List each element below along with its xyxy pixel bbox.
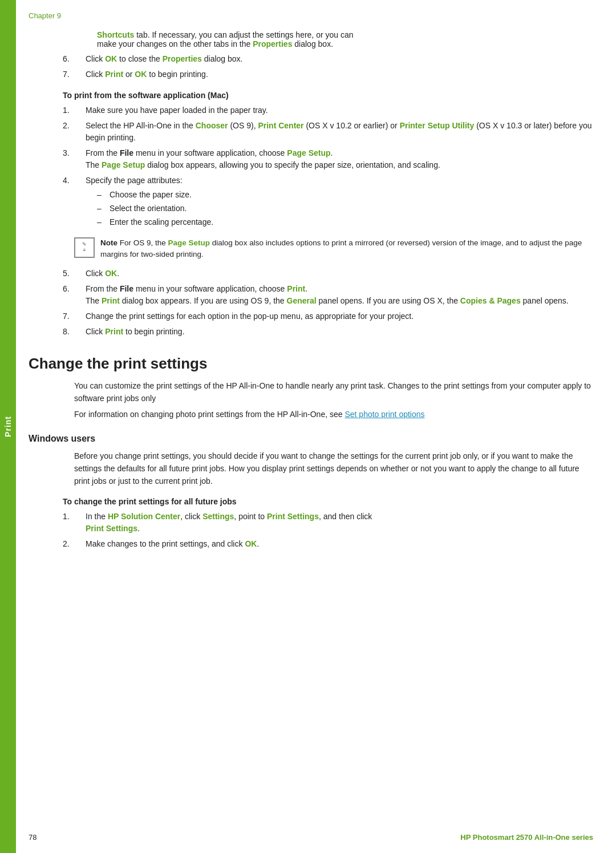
dash-item-2: Select the orientation.	[97, 203, 593, 215]
mac-item-3: 3. From the File menu in your software a…	[63, 147, 593, 171]
mac-content-8: Click Print to begin printing.	[86, 326, 593, 338]
dash-item-1: Choose the paper size.	[97, 189, 593, 201]
change-settings-section: Change the print settings You can custom…	[29, 355, 593, 550]
print-settings-label2: Print Settings	[86, 524, 137, 533]
future-jobs-heading: To change the print settings for all fut…	[63, 497, 593, 506]
mac-num-7: 7.	[63, 310, 86, 322]
mac-num-3: 3.	[63, 147, 86, 171]
mac-item-1: 1. Make sure you have paper loaded in th…	[63, 104, 593, 116]
future-item-2: 2. Make changes to the print settings, a…	[63, 538, 593, 550]
change-body-1: You can customize the print settings of …	[74, 379, 593, 405]
mac-item-4: 4. Specify the page attributes: Choose t…	[63, 175, 593, 231]
mac-num-4: 4.	[63, 175, 86, 231]
print-label-8: Print	[105, 327, 123, 336]
mac-item-7: 7. Change the print settings for each op…	[63, 310, 593, 322]
chooser-label: Chooser	[196, 121, 228, 130]
mac-list-5-8: 5. Click OK. 6. From the File menu in yo…	[63, 268, 593, 338]
change-settings-title: Change the print settings	[29, 355, 593, 373]
print-label-6: Print	[287, 284, 305, 293]
main-content: Chapter 9 Shortcuts tab. If necessary, y…	[29, 0, 593, 550]
mac-num-6b: 6.	[63, 283, 86, 307]
note-icon: ✎≡	[74, 237, 95, 258]
dash-item-3: Enter the scaling percentage.	[97, 216, 593, 228]
intro-text2: make your changes on the other tabs in t…	[97, 39, 253, 48]
mac-content-4: Specify the page attributes: Choose the …	[86, 175, 593, 231]
ok-label-5: OK	[105, 269, 117, 278]
mac-item-5: 5. Click OK.	[63, 268, 593, 280]
mac-heading: To print from the software application (…	[63, 91, 593, 100]
items-6-7-list: 6. Click OK to close the Properties dial…	[63, 53, 593, 80]
item-7-content: Click Print or OK to begin printing.	[86, 68, 593, 80]
footer-product: HP Photosmart 2570 All-in-One series	[460, 833, 593, 842]
mac-section: To print from the software application (…	[63, 91, 593, 338]
printer-setup-label: Printer Setup Utility	[400, 121, 475, 130]
page-setup-label-3: Page Setup	[287, 148, 330, 157]
note-label: Note	[100, 238, 117, 247]
print-center-label: Print Center	[258, 121, 303, 130]
change-body-2-text: For information on changing photo print …	[74, 410, 343, 419]
future-item-1: 1. In the HP Solution Center, click Sett…	[63, 511, 593, 535]
copies-pages-label: Copies & Pages	[460, 296, 521, 305]
windows-body-text: Before you change print settings, you sh…	[74, 450, 593, 488]
future-content-1: In the HP Solution Center, click Setting…	[86, 511, 593, 535]
properties-label-6: Properties	[163, 54, 202, 63]
file-label-6: File	[120, 284, 133, 293]
shortcuts-label: Shortcuts	[97, 30, 134, 39]
mac-item-8: 8. Click Print to begin printing.	[63, 326, 593, 338]
change-body-2: For information on changing photo print …	[74, 408, 593, 421]
intro-block: Shortcuts tab. If necessary, you can adj…	[97, 30, 593, 48]
hp-solution-label: HP Solution Center	[108, 512, 180, 521]
print-label-7: Print	[105, 70, 123, 79]
mac-num-1: 1.	[63, 104, 86, 116]
item-6-content: Click OK to close the Properties dialog …	[86, 53, 593, 65]
mac-content-2: Select the HP All-in-One in the Chooser …	[86, 120, 593, 144]
note-page-setup: Page Setup	[168, 238, 210, 247]
file-label-3: File	[120, 148, 133, 157]
mac-content-3: From the File menu in your software appl…	[86, 147, 593, 171]
mac-num-8: 8.	[63, 326, 86, 338]
note-box: ✎≡ Note For OS 9, the Page Setup dialog …	[74, 237, 593, 261]
mac-content-6: From the File menu in your software appl…	[86, 283, 593, 307]
print-label-6b: Print	[102, 296, 120, 305]
windows-section: Windows users Before you change print se…	[29, 434, 593, 550]
future-num-2: 2.	[63, 538, 86, 550]
item-6-num: 6.	[63, 53, 86, 65]
mac-content-7: Change the print settings for each optio…	[86, 310, 593, 322]
intro-line1: Shortcuts tab. If necessary, you can adj…	[97, 30, 593, 48]
mac-num-5: 5.	[63, 268, 86, 280]
dash-list-4: Choose the paper size. Select the orient…	[97, 189, 593, 228]
set-photo-link: Set photo print options	[345, 410, 424, 419]
mac-list: 1. Make sure you have paper loaded in th…	[63, 104, 593, 231]
future-jobs-list: 1. In the HP Solution Center, click Sett…	[63, 511, 593, 550]
general-label: General	[287, 296, 317, 305]
print-settings-label1: Print Settings	[267, 512, 319, 521]
items-6-7-wrapper: 6. Click OK to close the Properties dial…	[63, 53, 593, 80]
ok-label-7: OK	[135, 70, 147, 79]
mac-item-2: 2. Select the HP All-in-One in the Choos…	[63, 120, 593, 144]
ok-label-6: OK	[105, 54, 117, 63]
change-settings-body: You can customize the print settings of …	[74, 379, 593, 421]
mac-num-2: 2.	[63, 120, 86, 144]
windows-body: Before you change print settings, you sh…	[74, 450, 593, 488]
intro-text1: tab. If necessary, you can adjust the se…	[136, 30, 353, 39]
item-7-num: 7.	[63, 68, 86, 80]
mac-content-1: Make sure you have paper loaded in the p…	[86, 104, 593, 116]
windows-heading: Windows users	[29, 434, 593, 444]
settings-label: Settings	[202, 512, 234, 521]
future-num-1: 1.	[63, 511, 86, 535]
note-text: Note For OS 9, the Page Setup dialog box…	[100, 237, 593, 261]
page-setup-label-3b: Page Setup	[102, 160, 145, 169]
chapter-header: Chapter 9	[29, 11, 593, 20]
future-jobs-section: To change the print settings for all fut…	[63, 497, 593, 550]
intro-text3: dialog box.	[294, 39, 333, 48]
tab-label: Print	[3, 416, 13, 437]
mac-item-6: 6. From the File menu in your software a…	[63, 283, 593, 307]
properties-label1: Properties	[253, 39, 292, 48]
footer: 78 HP Photosmart 2570 All-in-One series	[29, 833, 593, 842]
footer-page: 78	[29, 833, 37, 842]
note-icon-inner: ✎≡	[82, 242, 87, 253]
chapter-label: Chapter 9	[29, 11, 61, 20]
future-content-2: Make changes to the print settings, and …	[86, 538, 593, 550]
left-tab: Print	[0, 0, 16, 853]
mac-content-5: Click OK.	[86, 268, 593, 280]
